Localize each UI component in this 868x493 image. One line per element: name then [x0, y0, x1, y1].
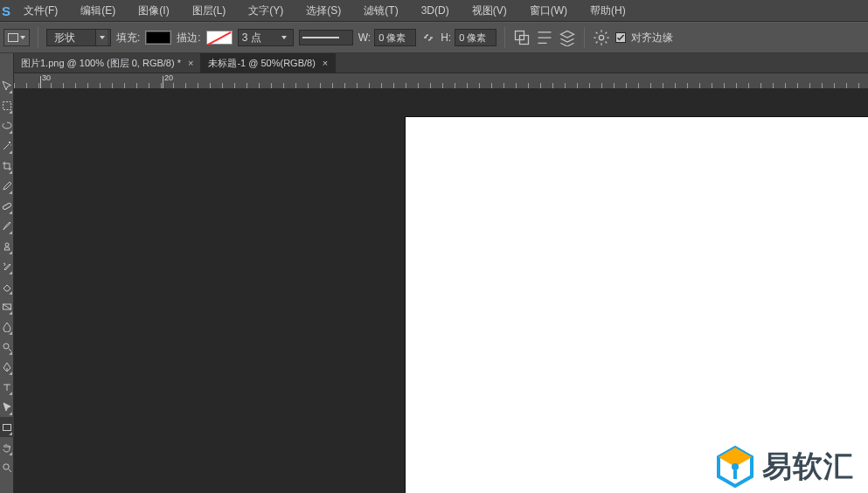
pen-icon [2, 362, 12, 372]
ruler-tick [149, 83, 149, 88]
width-label: W: [358, 31, 371, 44]
tool-type[interactable] [0, 377, 14, 397]
tool-brush[interactable] [0, 216, 14, 236]
ruler-tick [75, 83, 76, 88]
menu-file[interactable]: 文件(F) [12, 0, 69, 22]
menu-type[interactable]: 文字(Y) [237, 0, 295, 22]
ruler-tick [295, 83, 296, 88]
bandage-icon [2, 201, 12, 212]
ruler-tick [455, 83, 455, 88]
height-input[interactable]: 0 像素 [455, 29, 496, 46]
svg-rect-12 [733, 470, 737, 479]
divider [38, 27, 38, 48]
app-logo: S [0, 0, 12, 21]
ruler-tick [332, 83, 333, 88]
tool-lasso[interactable] [0, 115, 14, 135]
tool-healing[interactable] [0, 196, 14, 216]
tool-blur[interactable] [0, 316, 14, 337]
check-icon [616, 33, 625, 42]
tool-hand[interactable] [0, 437, 14, 457]
ruler-tick [822, 83, 823, 88]
document-canvas[interactable] [406, 117, 868, 493]
tool-dodge[interactable] [0, 337, 14, 357]
menu-view[interactable]: 视图(V) [461, 0, 518, 22]
path-arrangement-button[interactable] [559, 29, 576, 46]
svg-rect-7 [3, 424, 11, 430]
divider [584, 27, 585, 48]
ruler-tick [663, 83, 663, 88]
path-combine-icon [513, 29, 531, 46]
ruler-tick [687, 83, 688, 88]
ruler-tick [320, 83, 321, 88]
ruler-tick-label: 30 [42, 73, 51, 82]
align-edges-checkbox[interactable] [615, 32, 626, 43]
tool-gradient[interactable] [0, 296, 14, 316]
canvas-area[interactable] [14, 89, 868, 493]
tool-eraser[interactable] [0, 276, 14, 296]
tool-rectangle[interactable] [0, 417, 14, 437]
ruler-tick [773, 83, 774, 88]
tool-crop[interactable] [0, 156, 14, 176]
tool-move[interactable] [0, 75, 14, 95]
settings-button[interactable] [593, 29, 610, 46]
gear-icon [593, 29, 610, 46]
tool-preset-picker[interactable] [3, 29, 30, 46]
fill-swatch[interactable] [145, 31, 171, 45]
ruler-tick [283, 83, 284, 88]
menu-select[interactable]: 选择(S) [295, 0, 352, 22]
menu-help[interactable]: 帮助(H) [579, 0, 637, 22]
path-alignment-button[interactable] [536, 29, 553, 46]
ruler-tick [100, 83, 101, 88]
tool-zoom[interactable] [0, 457, 14, 477]
type-icon [2, 382, 12, 392]
ruler-tick [222, 83, 223, 88]
menu-layer[interactable]: 图层(L) [181, 0, 238, 22]
stroke-swatch-none[interactable] [206, 31, 233, 45]
gradient-icon [2, 302, 12, 312]
tool-pen[interactable] [0, 357, 14, 377]
svg-point-6 [3, 344, 9, 349]
stamp-icon [2, 241, 12, 252]
eraser-icon [2, 281, 12, 292]
stroke-label: 描边: [177, 31, 200, 45]
menu-edit[interactable]: 编辑(E) [69, 0, 127, 22]
menu-3d[interactable]: 3D(D) [410, 0, 461, 22]
stroke-style-select[interactable] [299, 30, 353, 45]
chevron-down-icon [20, 36, 25, 39]
ruler-tick [26, 83, 27, 88]
menu-window[interactable]: 窗口(W) [518, 0, 579, 22]
link-wh-toggle[interactable] [421, 31, 435, 45]
ruler-tick [308, 83, 309, 88]
history-brush-icon [2, 261, 12, 272]
tool-path-select[interactable] [0, 397, 14, 417]
document-tab-1[interactable]: 未标题-1 @ 50%(RGB/8) × [201, 53, 336, 73]
tool-eyedropper[interactable] [0, 176, 14, 196]
ruler-tick [516, 83, 517, 88]
close-icon[interactable]: × [323, 58, 328, 68]
ruler-tick [418, 83, 419, 88]
stroke-width-field[interactable]: 3 点 [238, 29, 294, 46]
solid-line-icon [302, 37, 339, 38]
close-icon[interactable]: × [188, 58, 193, 68]
tool-magic-wand[interactable] [0, 135, 14, 156]
rectangle-icon [2, 422, 12, 433]
ruler-tick [442, 83, 443, 88]
menu-filter[interactable]: 滤镜(T) [352, 0, 409, 22]
wand-icon [2, 141, 12, 151]
height-value: 0 像素 [459, 31, 486, 45]
path-operations-button[interactable] [513, 29, 531, 46]
tool-history-brush[interactable] [0, 256, 14, 276]
tool-marquee[interactable] [0, 95, 14, 115]
ruler-tick [210, 83, 211, 88]
hand-icon [2, 442, 12, 453]
shape-mode-select[interactable]: 形状 [46, 29, 111, 46]
width-input[interactable]: 0 像素 [374, 29, 416, 46]
document-tab-0[interactable]: 图片1.png @ 100% (图层 0, RGB/8) * × [14, 53, 201, 73]
menu-bar: S 文件(F) 编辑(E) 图像(I) 图层(L) 文字(Y) 选择(S) 滤镜… [0, 0, 868, 22]
fill-label: 填充: [116, 31, 140, 45]
menu-image[interactable]: 图像(I) [127, 0, 180, 22]
rectangle-icon [8, 33, 18, 42]
ruler-tick [589, 83, 590, 88]
tool-stamp[interactable] [0, 236, 14, 256]
ruler-tick [406, 83, 406, 88]
